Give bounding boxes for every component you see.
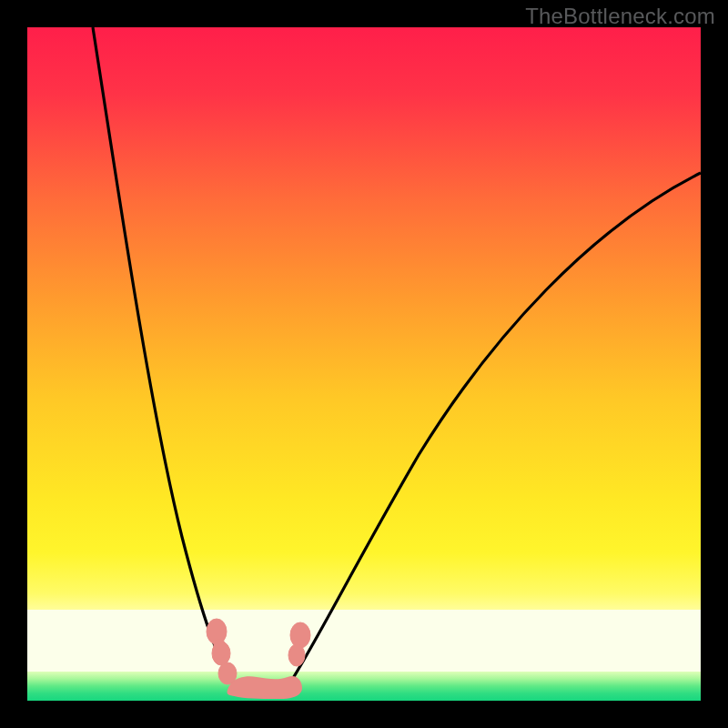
- svg-point-7: [290, 622, 310, 648]
- svg-rect-6: [214, 639, 225, 659]
- chart-frame: TheBottleneck.com: [0, 0, 728, 728]
- curve-right: [287, 173, 701, 688]
- svg-point-8: [288, 644, 305, 666]
- curve-left: [93, 27, 237, 688]
- plot-area: [27, 27, 701, 701]
- watermark-text: TheBottleneck.com: [525, 4, 715, 29]
- marker-cluster: [207, 619, 310, 699]
- svg-point-5: [218, 662, 237, 684]
- curve-layer: [27, 27, 701, 701]
